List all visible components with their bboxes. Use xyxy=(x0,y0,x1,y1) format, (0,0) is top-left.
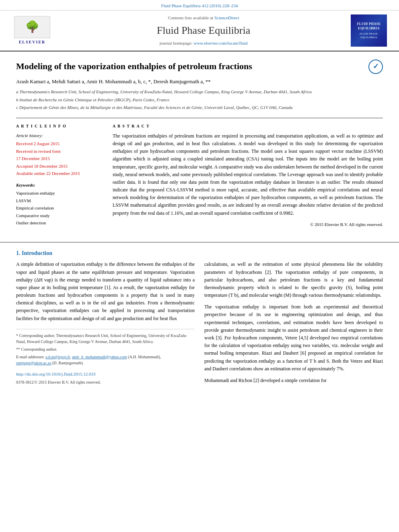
keyword-4: Comparative study xyxy=(16,212,105,219)
email-link-3[interactable]: ramjuger@ukzn.ac.za xyxy=(16,361,51,365)
body-para-3: The vaporization enthalpy is important f… xyxy=(204,303,383,373)
body-para-4: Mohammadi and Richon [2] developed a sim… xyxy=(204,377,383,384)
keyword-3: Empirical correlation xyxy=(16,205,105,212)
affiliation-a: a Thermodynamics Research Unit, School o… xyxy=(16,88,383,96)
footnote-2: ** Corresponding author. xyxy=(16,346,195,352)
body-text-section: 1. Introduction A simple definition of v… xyxy=(0,249,399,396)
authors-line: Arash Kamari a, Mehdi Sattari a, Amir H.… xyxy=(16,78,383,86)
body-two-columns: A simple definition of vaporization enth… xyxy=(16,261,383,388)
journal-title: Fluid Phase Equilibria xyxy=(56,23,351,38)
issn-line: 0378-3812/© 2015 Elsevier B.V. All right… xyxy=(16,379,195,385)
keywords-label: Keywords: xyxy=(16,182,105,189)
footnote-section: * Corresponding author. Thermodynamics R… xyxy=(16,329,195,366)
date-received: Received 2 August 2015 xyxy=(16,140,105,147)
publisher-logo-area: 🌳 ELSEVIER xyxy=(8,16,56,45)
elsevier-logo: 🌳 ELSEVIER xyxy=(8,16,56,45)
body-para-2: calculations, as well as the estimation … xyxy=(204,261,383,299)
citation-text: Fluid Phase Equilibria 412 (2016) 228–23… xyxy=(161,3,238,8)
keyword-1: Vaporization enthalpy xyxy=(16,190,105,197)
doi-link[interactable]: http://dx.doi.org/10.1016/j.fluid.2015.1… xyxy=(16,372,96,376)
date-accepted: Accepted 18 December 2015 xyxy=(16,163,105,170)
keyword-2: LSSVM xyxy=(16,197,105,204)
body-col-right: calculations, as well as the estimation … xyxy=(204,261,383,388)
abstract-text: The vaporization enthalpies of petroleum… xyxy=(113,132,383,217)
affiliation-c: c Département de Génie des Mines, de la … xyxy=(16,104,383,111)
abstract-heading: A B S T R A C T xyxy=(113,123,383,129)
history-label: Article history: xyxy=(16,132,105,139)
elsevier-logo-box: 🌳 xyxy=(14,16,50,38)
journal-header: 🌳 ELSEVIER Contents lists available at S… xyxy=(0,10,399,51)
body-col-left: A simple definition of vaporization enth… xyxy=(16,261,195,388)
date-online: Available online 22 December 2015 xyxy=(16,170,105,177)
science-direct-link: Contents lists available at ScienceDirec… xyxy=(56,14,351,21)
date-revised: 17 December 2015 xyxy=(16,155,105,162)
article-info-heading: A R T I C L E I N F O xyxy=(16,123,105,129)
article-title: Modeling of the vaporization enthalpies … xyxy=(16,60,383,73)
elsevier-name: ELSEVIER xyxy=(19,39,46,45)
keyword-5: Outlier detection xyxy=(16,220,105,226)
journal-cover-image: FLUID PHASE EQUILIBRIA FLUID PHASE EQUIL… xyxy=(351,14,391,47)
journal-citation: Fluid Phase Equilibria 412 (2016) 228–23… xyxy=(0,0,399,10)
affiliation-b: b Institut de Recherche en Génie Chimiqu… xyxy=(16,97,383,104)
doi-section: http://dx.doi.org/10.1016/j.fluid.2015.1… xyxy=(16,370,195,386)
footnote-1: * Corresponding author. Thermodynamics R… xyxy=(16,333,195,345)
affiliations: a Thermodynamics Research Unit, School o… xyxy=(16,88,383,111)
article-info-column: A R T I C L E I N F O Article history: R… xyxy=(16,123,105,228)
crossmark-badge[interactable]: ✓ xyxy=(368,60,383,74)
date-revised-label: Received in revised form xyxy=(16,148,105,155)
journal-cover-box: FLUID PHASE EQUILIBRIA FLUID PHASE EQUIL… xyxy=(351,14,387,47)
footnote-3: E-mail addresses: a.h.m@irgcp.fr, amir_h… xyxy=(16,354,195,366)
journal-homepage: journal homepage: www.elsevier.com/locat… xyxy=(56,40,351,47)
email-link-1[interactable]: a.h.m@irgcp.fr xyxy=(45,355,70,359)
article-title-area: ✓ Modeling of the vaporization enthalpie… xyxy=(16,60,383,78)
elsevier-tree-icon: 🌳 xyxy=(25,21,39,33)
copyright-line: © 2015 Elsevier B.V. All rights reserved… xyxy=(113,221,383,228)
body-para-1: A simple definition of vaporization enth… xyxy=(16,261,195,322)
email-link-2[interactable]: amir_h_mohammadi@yahoo.com xyxy=(72,355,127,359)
section-divider xyxy=(0,242,399,242)
section-1-title: 1. Introduction xyxy=(16,249,383,257)
journal-title-area: Contents lists available at ScienceDirec… xyxy=(56,14,351,47)
science-direct-anchor[interactable]: ScienceDirect xyxy=(214,15,239,20)
abstract-column: A B S T R A C T The vaporization enthalp… xyxy=(113,123,383,228)
homepage-link[interactable]: www.elsevier.com/locate/fluid xyxy=(193,41,247,45)
article-history: Article history: Received 2 August 2015 … xyxy=(16,132,105,177)
keywords-section: Keywords: Vaporization enthalpy LSSVM Em… xyxy=(16,182,105,226)
info-abstract-columns: A R T I C L E I N F O Article history: R… xyxy=(16,118,383,228)
article-main: ✓ Modeling of the vaporization enthalpie… xyxy=(0,51,399,236)
